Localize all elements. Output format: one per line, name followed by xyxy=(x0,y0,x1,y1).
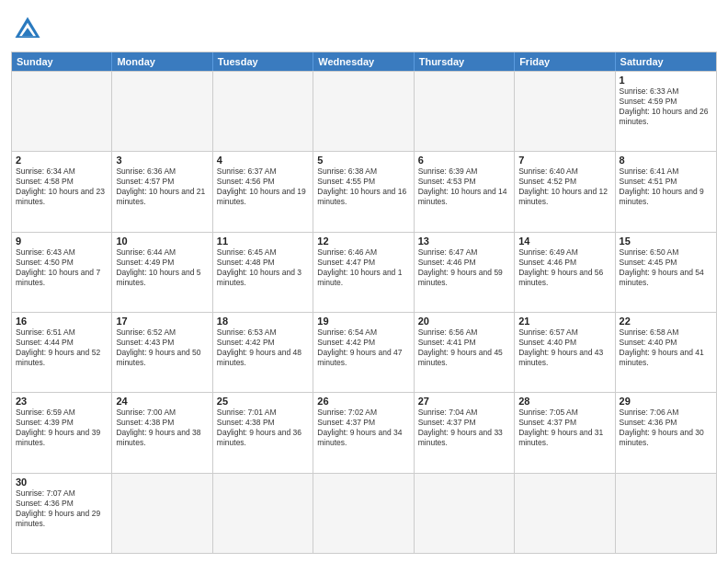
calendar-row: 23Sunrise: 6:59 AM Sunset: 4:39 PM Dayli… xyxy=(12,392,716,472)
day-info: Sunrise: 7:07 AM Sunset: 4:36 PM Dayligh… xyxy=(16,488,108,529)
calendar-cell: 5Sunrise: 6:38 AM Sunset: 4:55 PM Daylig… xyxy=(313,152,414,231)
day-number: 2 xyxy=(16,155,108,166)
calendar-body: 1Sunrise: 6:33 AM Sunset: 4:59 PM Daylig… xyxy=(12,71,716,553)
day-number: 13 xyxy=(418,236,510,247)
calendar-cell: 16Sunrise: 6:51 AM Sunset: 4:44 PM Dayli… xyxy=(12,313,112,392)
day-info: Sunrise: 6:36 AM Sunset: 4:57 PM Dayligh… xyxy=(116,167,208,207)
day-number: 22 xyxy=(620,316,712,327)
day-info: Sunrise: 6:44 AM Sunset: 4:49 PM Dayligh… xyxy=(116,247,208,288)
calendar-cell: 2Sunrise: 6:34 AM Sunset: 4:58 PM Daylig… xyxy=(12,152,112,231)
calendar-cell: 19Sunrise: 6:54 AM Sunset: 4:42 PM Dayli… xyxy=(313,313,414,392)
calendar-row: 30Sunrise: 7:07 AM Sunset: 4:36 PM Dayli… xyxy=(12,473,716,553)
calendar-cell: 6Sunrise: 6:39 AM Sunset: 4:53 PM Daylig… xyxy=(415,152,515,231)
calendar-cell xyxy=(415,72,515,151)
day-number: 9 xyxy=(16,236,108,247)
calendar-cell: 20Sunrise: 6:56 AM Sunset: 4:41 PM Dayli… xyxy=(415,313,515,392)
calendar: SundayMondayTuesdayWednesdayThursdayFrid… xyxy=(11,52,717,554)
day-number: 10 xyxy=(116,236,208,247)
day-number: 19 xyxy=(317,316,409,327)
day-number: 29 xyxy=(620,396,712,407)
calendar-cell: 1Sunrise: 6:33 AM Sunset: 4:59 PM Daylig… xyxy=(616,72,716,151)
day-info: Sunrise: 6:40 AM Sunset: 4:52 PM Dayligh… xyxy=(518,167,610,207)
calendar-cell xyxy=(313,72,414,151)
calendar-cell xyxy=(12,72,112,151)
day-number: 30 xyxy=(16,477,108,488)
day-number: 11 xyxy=(217,236,309,247)
calendar-cell: 7Sunrise: 6:40 AM Sunset: 4:52 PM Daylig… xyxy=(515,152,615,231)
day-info: Sunrise: 6:34 AM Sunset: 4:58 PM Dayligh… xyxy=(16,167,108,207)
day-number: 25 xyxy=(217,396,309,407)
day-info: Sunrise: 7:04 AM Sunset: 4:37 PM Dayligh… xyxy=(418,408,510,448)
generalblue-logo-icon xyxy=(11,13,44,46)
day-info: Sunrise: 6:53 AM Sunset: 4:42 PM Dayligh… xyxy=(217,327,309,368)
day-number: 16 xyxy=(16,316,108,327)
calendar-cell xyxy=(313,474,414,553)
day-info: Sunrise: 7:06 AM Sunset: 4:36 PM Dayligh… xyxy=(620,408,712,448)
calendar-cell: 9Sunrise: 6:43 AM Sunset: 4:50 PM Daylig… xyxy=(12,233,112,312)
weekday-header: Monday xyxy=(112,52,212,71)
day-info: Sunrise: 6:49 AM Sunset: 4:46 PM Dayligh… xyxy=(518,247,610,288)
calendar-cell: 3Sunrise: 6:36 AM Sunset: 4:57 PM Daylig… xyxy=(112,152,212,231)
day-number: 5 xyxy=(317,155,409,166)
calendar-cell: 10Sunrise: 6:44 AM Sunset: 4:49 PM Dayli… xyxy=(112,233,212,312)
calendar-row: 1Sunrise: 6:33 AM Sunset: 4:59 PM Daylig… xyxy=(12,71,716,151)
weekday-header: Friday xyxy=(515,52,615,71)
day-info: Sunrise: 7:05 AM Sunset: 4:37 PM Dayligh… xyxy=(518,408,610,448)
day-number: 20 xyxy=(418,316,510,327)
day-info: Sunrise: 7:02 AM Sunset: 4:37 PM Dayligh… xyxy=(317,408,409,448)
day-info: Sunrise: 6:54 AM Sunset: 4:42 PM Dayligh… xyxy=(317,327,409,368)
calendar-cell: 17Sunrise: 6:52 AM Sunset: 4:43 PM Dayli… xyxy=(112,313,212,392)
day-info: Sunrise: 6:33 AM Sunset: 4:59 PM Dayligh… xyxy=(620,86,712,127)
calendar-cell: 22Sunrise: 6:58 AM Sunset: 4:40 PM Dayli… xyxy=(616,313,716,392)
day-number: 15 xyxy=(620,236,712,247)
day-number: 7 xyxy=(518,155,610,166)
header xyxy=(11,9,717,46)
page: SundayMondayTuesdayWednesdayThursdayFrid… xyxy=(0,0,728,563)
day-info: Sunrise: 6:47 AM Sunset: 4:46 PM Dayligh… xyxy=(418,247,510,288)
day-number: 12 xyxy=(317,236,409,247)
calendar-cell: 18Sunrise: 6:53 AM Sunset: 4:42 PM Dayli… xyxy=(213,313,313,392)
calendar-cell xyxy=(213,474,313,553)
calendar-cell: 15Sunrise: 6:50 AM Sunset: 4:45 PM Dayli… xyxy=(616,233,716,312)
calendar-cell: 13Sunrise: 6:47 AM Sunset: 4:46 PM Dayli… xyxy=(415,233,515,312)
calendar-cell: 29Sunrise: 7:06 AM Sunset: 4:36 PM Dayli… xyxy=(616,393,716,472)
calendar-header: SundayMondayTuesdayWednesdayThursdayFrid… xyxy=(12,52,716,71)
calendar-cell xyxy=(616,474,716,553)
calendar-row: 2Sunrise: 6:34 AM Sunset: 4:58 PM Daylig… xyxy=(12,151,716,231)
day-number: 28 xyxy=(518,396,610,407)
day-info: Sunrise: 6:38 AM Sunset: 4:55 PM Dayligh… xyxy=(317,167,409,207)
day-info: Sunrise: 6:58 AM Sunset: 4:40 PM Dayligh… xyxy=(620,327,712,368)
calendar-cell: 21Sunrise: 6:57 AM Sunset: 4:40 PM Dayli… xyxy=(515,313,615,392)
calendar-row: 9Sunrise: 6:43 AM Sunset: 4:50 PM Daylig… xyxy=(12,232,716,312)
calendar-cell xyxy=(213,72,313,151)
calendar-cell: 24Sunrise: 7:00 AM Sunset: 4:38 PM Dayli… xyxy=(112,393,212,472)
logo xyxy=(11,13,48,46)
day-info: Sunrise: 6:56 AM Sunset: 4:41 PM Dayligh… xyxy=(418,327,510,368)
day-number: 18 xyxy=(217,316,309,327)
day-number: 1 xyxy=(620,75,712,86)
day-info: Sunrise: 6:50 AM Sunset: 4:45 PM Dayligh… xyxy=(620,247,712,288)
day-info: Sunrise: 7:01 AM Sunset: 4:38 PM Dayligh… xyxy=(217,408,309,448)
calendar-cell: 27Sunrise: 7:04 AM Sunset: 4:37 PM Dayli… xyxy=(415,393,515,472)
day-number: 21 xyxy=(518,316,610,327)
day-info: Sunrise: 6:37 AM Sunset: 4:56 PM Dayligh… xyxy=(217,167,309,207)
calendar-cell: 8Sunrise: 6:41 AM Sunset: 4:51 PM Daylig… xyxy=(616,152,716,231)
weekday-header: Wednesday xyxy=(313,52,414,71)
day-number: 23 xyxy=(16,396,108,407)
day-number: 24 xyxy=(116,396,208,407)
day-info: Sunrise: 6:45 AM Sunset: 4:48 PM Dayligh… xyxy=(217,247,309,288)
day-number: 17 xyxy=(116,316,208,327)
calendar-cell: 14Sunrise: 6:49 AM Sunset: 4:46 PM Dayli… xyxy=(515,233,615,312)
calendar-cell: 11Sunrise: 6:45 AM Sunset: 4:48 PM Dayli… xyxy=(213,233,313,312)
calendar-cell: 12Sunrise: 6:46 AM Sunset: 4:47 PM Dayli… xyxy=(313,233,414,312)
calendar-cell: 28Sunrise: 7:05 AM Sunset: 4:37 PM Dayli… xyxy=(515,393,615,472)
day-number: 4 xyxy=(217,155,309,166)
day-number: 27 xyxy=(418,396,510,407)
day-info: Sunrise: 6:59 AM Sunset: 4:39 PM Dayligh… xyxy=(16,408,108,448)
calendar-cell: 25Sunrise: 7:01 AM Sunset: 4:38 PM Dayli… xyxy=(213,393,313,472)
calendar-cell xyxy=(112,72,212,151)
day-number: 8 xyxy=(620,155,712,166)
calendar-cell: 4Sunrise: 6:37 AM Sunset: 4:56 PM Daylig… xyxy=(213,152,313,231)
calendar-cell xyxy=(515,474,615,553)
calendar-cell: 30Sunrise: 7:07 AM Sunset: 4:36 PM Dayli… xyxy=(12,474,112,553)
